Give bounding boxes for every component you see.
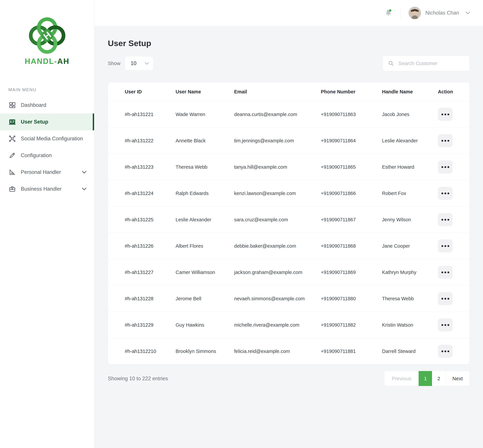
cell-user-name: Leslie Alexander [176, 217, 234, 223]
page-size-select[interactable]: 10 [125, 56, 153, 70]
svg-text:H: H [41, 30, 53, 42]
cell-user-id: #h-ah131228 [125, 296, 176, 302]
search-box [383, 56, 470, 71]
cell-user-name: Wade Warren [176, 112, 234, 117]
sidebar-item-label: Dashboard [21, 102, 46, 108]
brand-wordmark: HANDL-AH [25, 57, 69, 66]
cell-user-name: Brooklyn Simmons [176, 349, 234, 354]
cell-handle-name: Leslie Alexander [382, 138, 438, 144]
table-row: #h-ah131229 Guy Hawkins michelle.rivera@… [108, 312, 469, 338]
chevron-down-icon[interactable] [466, 12, 470, 14]
row-actions-button[interactable] [438, 240, 453, 253]
ellipsis-icon [441, 113, 443, 115]
ellipsis-icon [441, 140, 443, 142]
cell-phone-number: +919090711868 [321, 243, 382, 249]
row-actions-button[interactable] [438, 213, 453, 226]
sidebar-item-configuration[interactable]: Configuration [0, 147, 94, 164]
cell-email: tanya.hill@example.com [234, 164, 321, 170]
cell-email: tim.jennings@example.com [234, 138, 321, 144]
user-avatar[interactable] [409, 7, 421, 19]
cell-user-name: Guy Hawkins [176, 322, 234, 328]
cell-user-id: #h-ah1312210 [125, 349, 176, 354]
set-square-icon [8, 168, 16, 176]
cell-user-id: #h-ah131222 [125, 138, 176, 144]
table-row: #h-ah131227 Camer Williamson jackson.gra… [108, 259, 469, 285]
users-table: User ID User Name Email Phone Number Han… [108, 82, 470, 365]
page-title: User Setup [108, 39, 470, 48]
page-button-1[interactable]: 1 [419, 371, 432, 386]
row-actions-button[interactable] [438, 108, 453, 121]
cell-phone-number: +919090711881 [321, 349, 382, 354]
ellipsis-icon [441, 166, 443, 168]
sidebar-item-label: Social Media Configuration [21, 136, 83, 142]
topbar: Nicholas Chan [94, 0, 483, 26]
table-header-row: User ID User Name Email Phone Number Han… [108, 82, 469, 101]
next-page-button[interactable]: Next [446, 371, 469, 386]
chevron-down-icon [82, 188, 86, 190]
row-actions-button[interactable] [438, 292, 453, 305]
cell-user-name: Jerome Bell [176, 296, 234, 302]
cell-phone-number: +919090711869 [321, 270, 382, 275]
table-row: #h-ah1312210 Brooklyn Simmons felicia.re… [108, 338, 469, 364]
table-body: #h-ah131221 Wade Warren deanna.curtis@ex… [108, 101, 469, 364]
briefcase-icon [8, 185, 16, 193]
cell-handle-name: Darrell Steward [382, 349, 438, 354]
cell-email: nevaeh.simmons@example.com [234, 296, 321, 302]
cell-user-id: #h-ah131229 [125, 322, 176, 328]
row-actions-button[interactable] [438, 266, 453, 279]
ellipsis-icon [441, 298, 443, 300]
page-button-2[interactable]: 2 [432, 371, 445, 386]
column-header-phone-number: Phone Number [321, 89, 382, 95]
sidebar-item-user-setup[interactable]: User Setup [0, 113, 94, 130]
sidebar-item-business-handler[interactable]: Business Handler [0, 181, 94, 197]
column-header-action: Action [438, 89, 469, 95]
cell-handle-name: Esther Howard [382, 164, 438, 170]
table-row: #h-ah131224 Ralph Edwards kenzi.lawson@e… [108, 180, 469, 206]
sidebar-item-personal-handler[interactable]: Personal Handler [0, 164, 94, 181]
bell-icon [385, 9, 392, 17]
chevron-down-icon [82, 171, 86, 174]
main-content: User Setup Show 10 User ID User Name Ema… [94, 26, 483, 448]
table-row: #h-ah131223 Theresa Webb tanya.hill@exam… [108, 154, 469, 180]
column-header-user-name: User Name [176, 89, 234, 95]
row-actions-button[interactable] [438, 160, 453, 174]
cell-user-id: #h-ah131227 [125, 270, 176, 275]
dashboard-grid-icon [8, 101, 16, 109]
cell-email: sara.cruz@example.com [234, 217, 321, 223]
row-actions-button[interactable] [438, 187, 453, 200]
row-actions-button[interactable] [438, 318, 453, 331]
cell-user-id: #h-ah131225 [125, 217, 176, 223]
cell-email: felicia.reid@example.com [234, 349, 321, 354]
cell-phone-number: +919090711866 [321, 191, 382, 196]
previous-page-button[interactable]: Previous [384, 371, 419, 386]
cell-user-id: #h-ah131224 [125, 191, 176, 196]
cell-user-name: Albert Flores [176, 243, 234, 249]
column-header-email: Email [234, 89, 321, 95]
sidebar-item-social-media-configuration[interactable]: Social Media Configuration [0, 130, 94, 147]
row-actions-button[interactable] [438, 345, 453, 358]
cell-email: jackson.graham@example.com [234, 270, 321, 275]
notifications-button[interactable] [385, 9, 392, 17]
search-icon [388, 60, 394, 66]
cell-email: debbie.baker@example.com [234, 243, 321, 249]
cell-user-name: Annette Black [176, 138, 234, 144]
user-name[interactable]: Nicholas Chan [425, 10, 459, 16]
cell-phone-number: +919090711882 [321, 322, 382, 328]
cell-email: deanna.curtis@example.com [234, 112, 321, 117]
table-footer: Showing 10 to 222 entries Previous 1 2 N… [108, 371, 470, 386]
cell-phone-number: +919090711880 [321, 296, 382, 302]
sidebar-section-label: MAIN MENU [8, 87, 94, 92]
column-header-handle-name: Handle Name [382, 89, 438, 95]
cell-handle-name: Jenny Wilson [382, 217, 438, 223]
sidebar-item-label: Personal Handler [21, 169, 61, 175]
sidebar-item-dashboard[interactable]: Dashboard [0, 97, 94, 113]
brand-logo[interactable]: H HANDL-AH [0, 0, 94, 66]
search-input[interactable] [383, 56, 470, 71]
ellipsis-icon [441, 324, 443, 326]
cell-email: michelle.rivera@example.com [234, 322, 321, 328]
cell-user-name: Camer Williamson [176, 270, 234, 275]
ellipsis-icon [441, 192, 443, 194]
cell-user-id: #h-ah131226 [125, 243, 176, 249]
row-actions-button[interactable] [438, 134, 453, 147]
avatar-photo [409, 7, 421, 19]
